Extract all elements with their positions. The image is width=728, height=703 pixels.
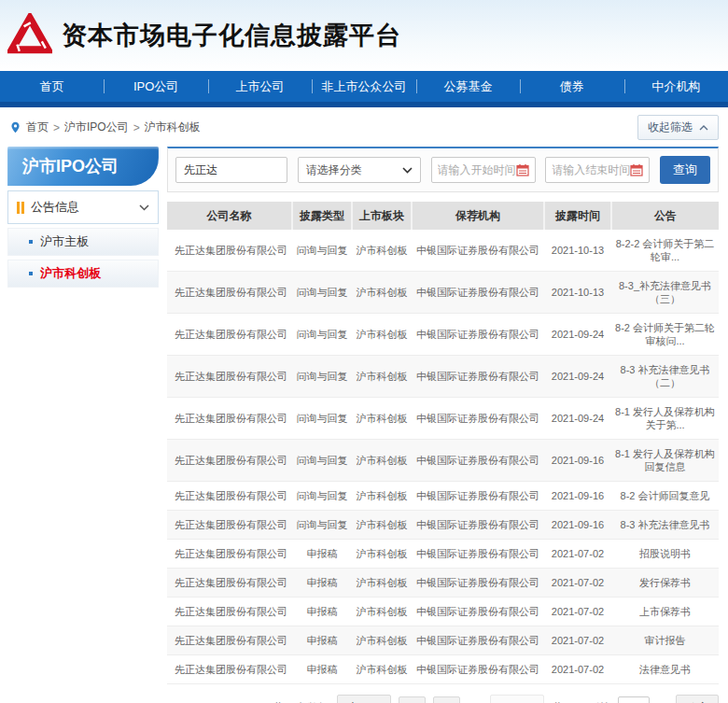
cell-announcement[interactable]: 法律意见书 — [611, 655, 719, 684]
cell-date: 2021-09-24 — [544, 314, 611, 356]
cell-date: 2021-09-24 — [544, 356, 611, 398]
cell-sponsor: 中银国际证券股份有限公司 — [412, 655, 544, 684]
cell-date: 2021-07-02 — [544, 598, 611, 626]
nav-item-4[interactable]: 公募基金 — [416, 71, 520, 102]
cell-date: 2021-09-16 — [544, 511, 611, 540]
sidebar-section-announcements[interactable]: 公告信息 — [7, 190, 159, 224]
table-row: 先正达集团股份有限公司问询与回复沪市科创板中银国际证券股份有限公司2021-09… — [167, 511, 719, 540]
table-header: 公司名称 披露类型 上市板块 保荐机构 披露时间 公告 — [167, 202, 719, 230]
cell-sponsor: 中银国际证券股份有限公司 — [412, 272, 544, 314]
cell-company: 先正达集团股份有限公司 — [167, 440, 292, 482]
cell-announcement[interactable]: 8-3 补充法律意见书 — [611, 511, 719, 540]
breadcrumb-item-current: 沪市科创板 — [145, 120, 201, 135]
cell-sponsor: 中银国际证券股份有限公司 — [412, 540, 544, 569]
cell-announcement[interactable]: 8-2 会计师关于第二轮审核问... — [611, 314, 719, 356]
nav-item-6[interactable]: 中介机构 — [624, 71, 728, 102]
category-select[interactable]: 请选择分类 — [298, 157, 421, 183]
page-button-2[interactable]: 2 — [433, 696, 460, 703]
collapse-filter-label: 收起筛选 — [648, 120, 693, 135]
cell-board: 沪市科创板 — [352, 398, 412, 440]
platform-logo-icon — [7, 13, 52, 58]
table-body: 先正达集团股份有限公司问询与回复沪市科创板中银国际证券股份有限公司2021-10… — [167, 230, 719, 684]
cell-announcement[interactable]: 8-3_补充法律意见书（三） — [611, 272, 719, 314]
double-bar-icon — [17, 202, 24, 214]
sidebar-item-main-board[interactable]: 沪市主板 — [7, 228, 159, 256]
cell-company: 先正达集团股份有限公司 — [167, 230, 292, 272]
end-date-input[interactable] — [552, 163, 630, 176]
cell-sponsor: 中银国际证券股份有限公司 — [412, 626, 544, 655]
table-row: 先正达集团股份有限公司问询与回复沪市科创板中银国际证券股份有限公司2021-10… — [167, 272, 719, 314]
main-area: 沪市IPO公司 公告信息 沪市主板 沪市科创板 — [0, 147, 728, 703]
table-row: 先正达集团股份有限公司申报稿沪市科创板中银国际证券股份有限公司2021-07-0… — [167, 626, 719, 655]
table-row: 先正达集团股份有限公司申报稿沪市科创板中银国际证券股份有限公司2021-07-0… — [167, 598, 719, 626]
cell-disclosure-type: 申报稿 — [292, 655, 352, 684]
table-row: 先正达集团股份有限公司申报稿沪市科创板中银国际证券股份有限公司2021-07-0… — [167, 655, 719, 684]
confirm-page-button[interactable]: 确定 — [676, 695, 719, 703]
cell-date: 2021-10-13 — [544, 272, 611, 314]
sidebar-item-label: 沪市科创板 — [40, 265, 101, 282]
cell-board: 沪市科创板 — [352, 482, 412, 511]
prev-page-button[interactable]: 上一页 — [337, 695, 391, 703]
cell-disclosure-type: 申报稿 — [292, 598, 352, 626]
col-header-disclosure-type: 披露类型 — [292, 202, 352, 230]
nav-item-2[interactable]: 上市公司 — [208, 71, 312, 102]
cell-company: 先正达集团股份有限公司 — [167, 272, 292, 314]
sidebar-item-star-board[interactable]: 沪市科创板 — [7, 260, 159, 288]
cell-disclosure-type: 申报稿 — [292, 626, 352, 655]
col-header-board: 上市板块 — [352, 202, 412, 230]
cell-date: 2021-10-13 — [544, 230, 611, 272]
nav-item-0[interactable]: 首页 — [0, 71, 104, 102]
location-pin-icon — [9, 120, 21, 134]
breadcrumb-item-home[interactable]: 首页 — [26, 120, 49, 135]
cell-sponsor: 中银国际证券股份有限公司 — [412, 511, 544, 540]
cell-date: 2021-07-02 — [544, 655, 611, 684]
sidebar-item-label: 沪市主板 — [40, 233, 89, 250]
cell-company: 先正达集团股份有限公司 — [167, 356, 292, 398]
col-header-sponsor: 保荐机构 — [412, 202, 544, 230]
category-select-value: 请选择分类 — [306, 162, 362, 178]
cell-announcement[interactable]: 8-3 补充法律意见书（二） — [611, 356, 719, 398]
cell-sponsor: 中银国际证券股份有限公司 — [412, 398, 544, 440]
cell-company: 先正达集团股份有限公司 — [167, 626, 292, 655]
calendar-icon[interactable] — [516, 163, 529, 176]
col-header-date: 披露时间 — [544, 202, 611, 230]
cell-sponsor: 中银国际证券股份有限公司 — [412, 598, 544, 626]
search-button[interactable]: 查询 — [660, 156, 710, 184]
cell-sponsor: 中银国际证券股份有限公司 — [412, 356, 544, 398]
collapse-filter-button[interactable]: 收起筛选 — [637, 115, 719, 140]
page-button-1[interactable]: 1 — [399, 696, 426, 703]
end-date-field[interactable] — [545, 157, 650, 183]
cell-board: 沪市科创板 — [352, 356, 412, 398]
cell-announcement[interactable]: 8-2-2 会计师关于第二轮审... — [611, 230, 719, 272]
cell-board: 沪市科创板 — [352, 540, 412, 569]
nav-item-1[interactable]: IPO公司 — [104, 71, 207, 102]
cell-announcement[interactable]: 8-2 会计师回复意见 — [611, 482, 719, 511]
sidebar-section-label: 公告信息 — [31, 199, 79, 216]
nav-item-3[interactable]: 非上市公众公司 — [312, 71, 415, 102]
cell-announcement[interactable]: 8-1 发行人及保荐机构关于第... — [611, 398, 719, 440]
next-page-button[interactable]: 下一页 — [490, 695, 544, 703]
cell-date: 2021-09-24 — [544, 398, 611, 440]
cell-sponsor: 中银国际证券股份有限公司 — [412, 482, 544, 511]
breadcrumb-item-ipo[interactable]: 沪市IPO公司 — [64, 120, 129, 135]
cell-announcement[interactable]: 8-1 发行人及保荐机构回复信息 — [611, 440, 719, 482]
cell-sponsor: 中银国际证券股份有限公司 — [412, 230, 544, 272]
company-keyword-input[interactable] — [175, 157, 287, 183]
table-row: 先正达集团股份有限公司问询与回复沪市科创板中银国际证券股份有限公司2021-09… — [167, 398, 719, 440]
start-date-input[interactable] — [438, 163, 516, 176]
cell-disclosure-type: 问询与回复 — [292, 511, 352, 540]
start-date-field[interactable] — [431, 157, 536, 183]
cell-date: 2021-07-02 — [544, 626, 611, 655]
calendar-icon[interactable] — [630, 163, 643, 176]
cell-company: 先正达集团股份有限公司 — [167, 655, 292, 684]
goto-page-input[interactable] — [618, 696, 650, 703]
cell-announcement[interactable]: 招股说明书 — [611, 540, 719, 569]
nav-item-5[interactable]: 债券 — [520, 71, 623, 102]
disclosure-table: 公司名称 披露类型 上市板块 保荐机构 披露时间 公告 先正达集团股份有限公司问… — [167, 202, 719, 684]
cell-announcement[interactable]: 上市保荐书 — [611, 598, 719, 626]
cell-announcement[interactable]: 发行保荐书 — [611, 569, 719, 598]
cell-company: 先正达集团股份有限公司 — [167, 511, 292, 540]
cell-board: 沪市科创板 — [352, 511, 412, 540]
cell-announcement[interactable]: 审计报告 — [611, 626, 719, 655]
cell-company: 先正达集团股份有限公司 — [167, 569, 292, 598]
